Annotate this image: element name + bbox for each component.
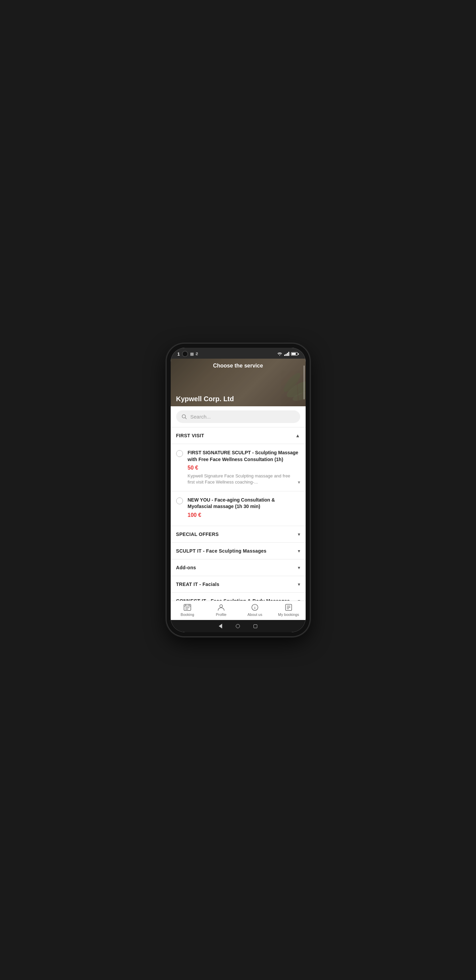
main-scroll-content[interactable]: Search... FIRST VISIT ▲ FIRST SIGNATURE … bbox=[171, 406, 306, 601]
signal-icon bbox=[284, 352, 289, 356]
chevron-up-icon: ▲ bbox=[296, 433, 300, 438]
section-addons-title: Add-ons bbox=[176, 565, 196, 570]
chevron-down-icon-connect: ▾ bbox=[298, 598, 300, 601]
status-number: 1 bbox=[177, 352, 180, 356]
booking-icon bbox=[183, 604, 192, 611]
phone-screen: 1 ▤ Ƨ bbox=[171, 348, 306, 632]
service-radio-1[interactable] bbox=[176, 450, 183, 457]
status-left: 1 ▤ Ƨ bbox=[177, 351, 198, 357]
svg-point-15 bbox=[254, 606, 255, 606]
service-content-1: FIRST SIGNATURE SCULPT - Sculpting Massa… bbox=[188, 450, 300, 485]
nav-label-my-bookings: My bookings bbox=[278, 612, 299, 617]
section-connect-it-header[interactable]: CONNECT IT - Face Sculpting & Body Massa… bbox=[171, 592, 306, 601]
profile-icon bbox=[217, 604, 225, 611]
list-icon bbox=[285, 604, 292, 611]
section-addons-header[interactable]: Add-ons ▾ bbox=[171, 559, 306, 576]
section-treat-it-title: TREAT IT - Facials bbox=[176, 582, 219, 587]
search-box[interactable]: Search... bbox=[176, 410, 300, 423]
scrollbar-indicator bbox=[303, 366, 305, 399]
section-sculpt-it-header[interactable]: SCULPT IT - Face Sculpting Massages ▾ bbox=[171, 542, 306, 559]
section-sculpt-it-title: SCULPT IT - Face Sculpting Massages bbox=[176, 548, 267, 554]
nav-label-booking: Booking bbox=[180, 612, 194, 617]
service-item-new-you[interactable]: NEW YOU - Face-aging Consultation & Myof… bbox=[171, 491, 306, 526]
android-recents-button[interactable] bbox=[254, 624, 257, 628]
wifi-icon bbox=[277, 352, 283, 356]
company-name: Kypwell Corp. Ltd bbox=[176, 395, 234, 402]
android-nav-bar bbox=[171, 620, 306, 632]
svg-rect-6 bbox=[184, 605, 191, 611]
nav-label-profile: Profile bbox=[216, 612, 226, 617]
section-special-offers-title: SPECIAL OFFERS bbox=[176, 531, 219, 537]
page-title-bar: Choose the service bbox=[171, 359, 306, 373]
android-back-button[interactable] bbox=[219, 624, 222, 628]
service-item-first-signature[interactable]: FIRST SIGNATURE SCULPT - Sculpting Massa… bbox=[171, 444, 306, 491]
service-radio-2[interactable] bbox=[176, 498, 183, 504]
search-container: Search... bbox=[171, 406, 306, 427]
search-icon bbox=[182, 414, 187, 420]
nav-item-booking[interactable]: Booking bbox=[171, 604, 204, 617]
chevron-down-icon-treat: ▾ bbox=[298, 582, 300, 587]
page-title: Choose the service bbox=[213, 363, 263, 369]
expand-description-icon-1[interactable]: ▾ bbox=[298, 479, 300, 485]
chevron-down-icon-sculpt: ▾ bbox=[298, 548, 300, 554]
status-right bbox=[277, 352, 299, 356]
service-content-2: NEW YOU - Face-aging Consultation & Myof… bbox=[188, 497, 300, 520]
nav-item-profile[interactable]: Profile bbox=[204, 604, 238, 617]
service-name-2: NEW YOU - Face-aging Consultation & Myof… bbox=[188, 497, 300, 510]
section-connect-it-title: CONNECT IT - Face Sculpting & Body Massa… bbox=[176, 598, 290, 601]
nav-item-my-bookings[interactable]: My bookings bbox=[272, 604, 306, 617]
chevron-down-icon-special: ▾ bbox=[298, 531, 300, 537]
sim-icon-2: Ƨ bbox=[196, 352, 198, 356]
section-treat-it-header[interactable]: TREAT IT - Facials ▾ bbox=[171, 576, 306, 592]
svg-point-12 bbox=[220, 605, 222, 608]
info-icon bbox=[251, 604, 259, 611]
battery-icon bbox=[291, 352, 299, 356]
service-price-2: 100 € bbox=[188, 512, 300, 518]
android-home-button[interactable] bbox=[236, 624, 240, 628]
camera-icon bbox=[182, 351, 188, 357]
service-name-1: FIRST SIGNATURE SCULPT - Sculpting Massa… bbox=[188, 450, 300, 463]
company-name-container: Kypwell Corp. Ltd bbox=[171, 392, 306, 406]
chevron-down-icon-addons: ▾ bbox=[298, 565, 300, 570]
section-first-visit-title: FIRST VISIT bbox=[176, 433, 204, 438]
status-bar: 1 ▤ Ƨ bbox=[171, 348, 306, 359]
hero-section: Choose the service Kypwell Corp. Ltd bbox=[171, 359, 306, 406]
nav-label-about-us: About us bbox=[248, 612, 262, 617]
section-special-offers-header[interactable]: SPECIAL OFFERS ▾ bbox=[171, 526, 306, 542]
search-placeholder: Search... bbox=[190, 414, 211, 420]
bottom-navigation: Booking Profile About us bbox=[171, 601, 306, 620]
nav-item-about-us[interactable]: About us bbox=[238, 604, 272, 617]
section-first-visit-header[interactable]: FIRST VISIT ▲ bbox=[171, 427, 306, 444]
sim-icon-1: ▤ bbox=[190, 352, 193, 356]
svg-line-5 bbox=[185, 417, 186, 419]
phone-frame: 1 ▤ Ƨ bbox=[167, 344, 310, 636]
service-description-1: Kypwell Signature Face Sculpting massage… bbox=[188, 473, 296, 485]
service-desc-row-1: Kypwell Signature Face Sculpting massage… bbox=[188, 473, 300, 485]
service-price-1: 50 € bbox=[188, 465, 300, 471]
